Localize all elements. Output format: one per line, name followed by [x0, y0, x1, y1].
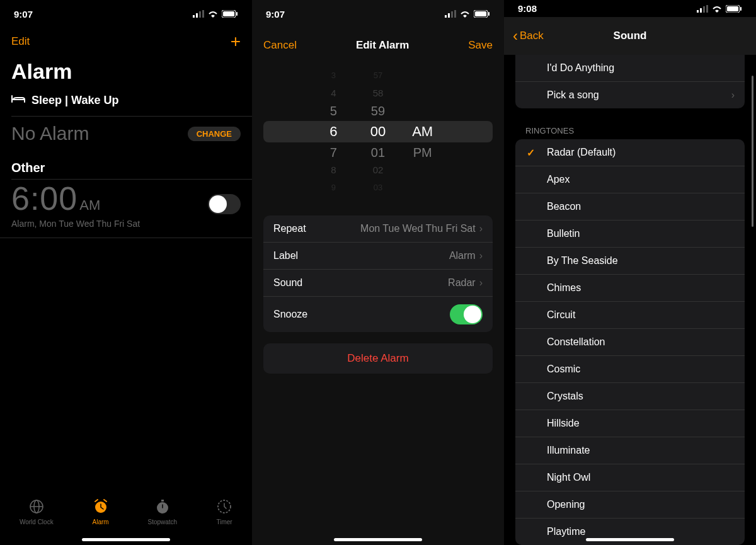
tab-label: Timer: [216, 519, 232, 525]
screen-edit-alarm: 9:07 Cancel Edit Alarm Save 357 458 559 …: [252, 0, 504, 545]
songs-group: I'd Do Anything Pick a song ›: [515, 55, 745, 108]
svg-rect-19: [454, 10, 456, 18]
svg-rect-21: [475, 11, 486, 16]
ringtone-row[interactable]: Chimes: [515, 275, 745, 302]
row-label: Sound: [273, 277, 302, 289]
back-label: Back: [520, 30, 544, 42]
home-indicator[interactable]: [586, 538, 674, 541]
snooze-row: Snooze: [263, 297, 493, 332]
svg-rect-2: [199, 11, 201, 18]
alarm-clock-icon: [93, 498, 109, 516]
battery-icon: [726, 5, 742, 13]
battery-icon: [222, 10, 238, 18]
svg-rect-22: [488, 12, 490, 16]
status-bar: 9:07: [252, 0, 504, 28]
nav-bar: Edit +: [0, 28, 252, 55]
ringtone-name: Playtime: [547, 526, 585, 537]
svg-rect-3: [202, 10, 204, 18]
battery-icon: [474, 10, 490, 18]
song-name: I'd Do Anything: [547, 62, 614, 74]
ringtone-name: Hillside: [547, 418, 580, 429]
sleep-alarm-row: No Alarm CHANGE: [0, 117, 252, 156]
time-picker[interactable]: 357 458 559 600AM 701PM 802 903: [252, 63, 504, 204]
alarm-hour: 6:00: [11, 180, 77, 217]
scroll-indicator[interactable]: [752, 76, 753, 227]
tab-world-clock[interactable]: World Clock: [20, 498, 54, 525]
svg-rect-16: [445, 15, 447, 18]
timer-icon: [216, 498, 232, 516]
save-button[interactable]: Save: [468, 39, 493, 52]
home-indicator[interactable]: [82, 538, 170, 541]
alarm-ampm: AM: [79, 197, 100, 214]
tab-timer[interactable]: Timer: [216, 498, 232, 525]
tab-stopwatch[interactable]: Stopwatch: [147, 498, 177, 525]
ringtone-row[interactable]: Cosmic: [515, 356, 745, 383]
nav-bar: ‹ Back Sound: [504, 17, 756, 55]
svg-rect-23: [697, 10, 699, 13]
ringtone-name: Night Owl: [547, 472, 590, 483]
alarm-toggle[interactable]: [208, 194, 241, 214]
edit-button[interactable]: Edit: [11, 35, 30, 48]
tab-alarm[interactable]: Alarm: [93, 498, 109, 525]
ringtone-name: By The Seaside: [547, 255, 618, 267]
ringtone-row[interactable]: Hillside: [515, 410, 745, 437]
alarm-subtitle: Alarm, Mon Tue Wed Thu Fri Sat: [11, 219, 140, 229]
svg-rect-1: [196, 13, 198, 18]
ringtone-name: Chimes: [547, 282, 581, 294]
ringtone-name: Circuit: [547, 309, 575, 321]
signal-icon: [445, 10, 456, 18]
ringtone-row[interactable]: Apex: [515, 166, 745, 193]
bed-icon: [11, 94, 25, 107]
delete-alarm-button[interactable]: Delete Alarm: [263, 343, 493, 374]
tab-bar: World Clock Alarm Stopwatch Timer: [0, 493, 252, 545]
status-icons: [193, 10, 238, 18]
ringtone-name: Radar (Default): [547, 147, 616, 158]
snooze-toggle[interactable]: [450, 304, 483, 324]
nav-bar: Cancel Edit Alarm Save: [252, 28, 504, 63]
status-icons: [445, 10, 490, 18]
sound-row[interactable]: Sound Radar›: [263, 270, 493, 297]
pick-song-row[interactable]: Pick a song ›: [515, 82, 745, 108]
row-label: Snooze: [273, 309, 307, 320]
ringtone-row[interactable]: Constellation: [515, 329, 745, 356]
svg-line-11: [95, 500, 98, 502]
tab-label: Stopwatch: [147, 519, 177, 525]
picker-selected-row: 600AM: [263, 121, 493, 142]
svg-rect-6: [236, 12, 238, 16]
wifi-icon: [208, 10, 218, 18]
ringtone-row[interactable]: Night Owl: [515, 464, 745, 491]
ringtones-group: ✓Radar (Default) Apex Beacon Bulletin By…: [515, 139, 745, 545]
repeat-row[interactable]: Repeat Mon Tue Wed Thu Fri Sat›: [263, 215, 493, 243]
checkmark-icon: ✓: [527, 147, 535, 159]
alarm-row[interactable]: 6:00 AM Alarm, Mon Tue Wed Thu Fri Sat: [0, 180, 252, 238]
cancel-button[interactable]: Cancel: [263, 39, 297, 52]
change-button[interactable]: CHANGE: [188, 127, 241, 141]
back-button[interactable]: ‹ Back: [513, 28, 544, 43]
label-row[interactable]: Label Alarm›: [263, 243, 493, 270]
svg-rect-14: [161, 500, 164, 502]
ringtone-name: Constellation: [547, 336, 605, 348]
ringtone-row[interactable]: Beacon: [515, 193, 745, 221]
ringtone-name: Illuminate: [547, 445, 590, 456]
ringtone-row[interactable]: By The Seaside: [515, 248, 745, 275]
sleep-label: Sleep | Wake Up: [32, 94, 118, 107]
ringtone-row[interactable]: Bulletin: [515, 221, 745, 248]
ringtones-section-header: RINGTONES: [504, 122, 756, 139]
ringtone-row[interactable]: Circuit: [515, 302, 745, 329]
ringtone-row[interactable]: Illuminate: [515, 437, 745, 464]
ringtone-row[interactable]: Crystals: [515, 383, 745, 410]
stopwatch-icon: [147, 498, 177, 516]
no-alarm-label: No Alarm: [11, 123, 89, 144]
ringtone-row[interactable]: Opening: [515, 491, 745, 519]
ringtone-name: Cosmic: [547, 364, 580, 375]
song-row[interactable]: I'd Do Anything: [515, 55, 745, 82]
status-bar: 9:07: [0, 0, 252, 28]
other-section-header: Other: [0, 156, 252, 179]
svg-rect-25: [703, 6, 705, 13]
ringtone-name: Apex: [547, 174, 570, 185]
home-indicator[interactable]: [334, 538, 422, 541]
chevron-right-icon: ›: [479, 277, 483, 289]
tab-label: World Clock: [20, 519, 54, 525]
add-alarm-button[interactable]: +: [231, 33, 241, 50]
ringtone-row[interactable]: ✓Radar (Default): [515, 139, 745, 166]
